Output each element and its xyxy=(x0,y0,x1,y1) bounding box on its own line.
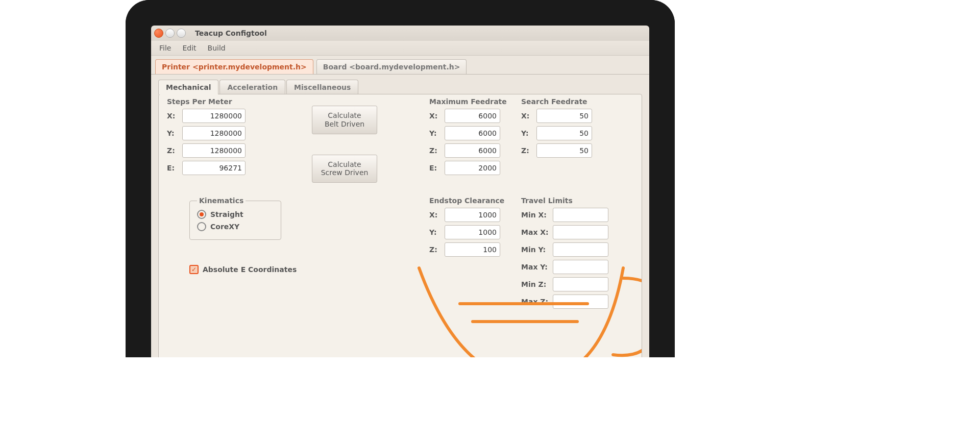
travel-title: Travel Limits xyxy=(521,197,608,205)
tab-misc[interactable]: Miscellaneous xyxy=(286,80,358,94)
checkbox-absolute-e[interactable]: Absolute E Coordinates xyxy=(189,265,297,274)
menu-build[interactable]: Build xyxy=(204,43,230,53)
mechanical-panel: Steps Per Meter X: Y: Z: E: Calculate Be… xyxy=(158,94,642,357)
menu-file[interactable]: File xyxy=(155,43,175,53)
srchfr-z-input[interactable] xyxy=(536,143,592,158)
calc-belt-button[interactable]: Calculate Belt Driven xyxy=(312,106,377,134)
kinematics-legend: Kinematics xyxy=(197,197,246,205)
window-title: Teacup Configtool xyxy=(195,29,267,37)
tab-board[interactable]: Board <board.mydevelopment.h> xyxy=(316,59,467,74)
work-area: Mechanical Acceleration Miscellaneous St… xyxy=(151,75,649,357)
group-steps-per-meter: Steps Per Meter X: Y: Z: E: xyxy=(167,97,246,178)
screen: Teacup Configtool File Edit Build Printe… xyxy=(151,26,649,357)
window-close-button[interactable] xyxy=(154,29,163,38)
maxfr-e-input[interactable] xyxy=(445,161,500,175)
endcl-title: Endstop Clearance xyxy=(429,197,504,205)
label-e: E: xyxy=(167,164,178,172)
tab-mechanical[interactable]: Mechanical xyxy=(158,80,218,94)
teacup-logo-icon xyxy=(399,248,642,357)
maxfr-y-input[interactable] xyxy=(445,126,500,140)
srchfr-x-input[interactable] xyxy=(536,109,592,123)
endcl-x-input[interactable] xyxy=(445,208,500,222)
checkmark-icon xyxy=(189,265,199,274)
window-titlebar: Teacup Configtool xyxy=(151,26,649,41)
steps-x-input[interactable] xyxy=(182,109,246,123)
srchfr-y-input[interactable] xyxy=(536,126,592,140)
radio-mark-icon xyxy=(197,210,206,219)
radio-corexy[interactable]: CoreXY xyxy=(197,222,274,231)
label-y: Y: xyxy=(167,129,178,137)
travel-maxx-input[interactable] xyxy=(553,225,608,239)
endcl-y-input[interactable] xyxy=(445,225,500,239)
steps-y-input[interactable] xyxy=(182,126,246,140)
window-maximize-button[interactable] xyxy=(177,29,186,38)
steps-e-input[interactable] xyxy=(182,161,246,175)
window-minimize-button[interactable] xyxy=(165,29,175,38)
maxfr-z-input[interactable] xyxy=(445,143,500,158)
label-x: X: xyxy=(167,112,178,120)
radio-straight[interactable]: Straight xyxy=(197,210,274,219)
group-search-feedrate: Search Feedrate X: Y: Z: xyxy=(521,97,592,161)
group-kinematics: Kinematics Straight CoreXY xyxy=(189,197,281,240)
maxfr-title: Maximum Feedrate xyxy=(429,97,507,106)
main-tab-bar: Printer <printer.mydevelopment.h> Board … xyxy=(151,56,649,75)
menu-edit[interactable]: Edit xyxy=(178,43,200,53)
steps-title: Steps Per Meter xyxy=(167,97,246,106)
steps-z-input[interactable] xyxy=(182,143,246,158)
tab-printer[interactable]: Printer <printer.mydevelopment.h> xyxy=(155,59,313,74)
label-z: Z: xyxy=(167,146,178,155)
radio-mark-icon xyxy=(197,222,206,231)
srchfr-title: Search Feedrate xyxy=(521,97,592,106)
travel-minx-input[interactable] xyxy=(553,208,608,222)
menu-bar: File Edit Build xyxy=(151,41,649,56)
tab-acceleration[interactable]: Acceleration xyxy=(219,80,285,94)
sub-tab-bar: Mechanical Acceleration Miscellaneous xyxy=(158,80,642,94)
calc-buttons: Calculate Belt Driven Calculate Screw Dr… xyxy=(312,106,377,183)
maxfr-x-input[interactable] xyxy=(445,109,500,123)
monitor-bezel: Teacup Configtool File Edit Build Printe… xyxy=(126,0,675,357)
calc-screw-button[interactable]: Calculate Screw Driven xyxy=(312,155,377,183)
group-max-feedrate: Maximum Feedrate X: Y: Z: E: xyxy=(429,97,507,178)
